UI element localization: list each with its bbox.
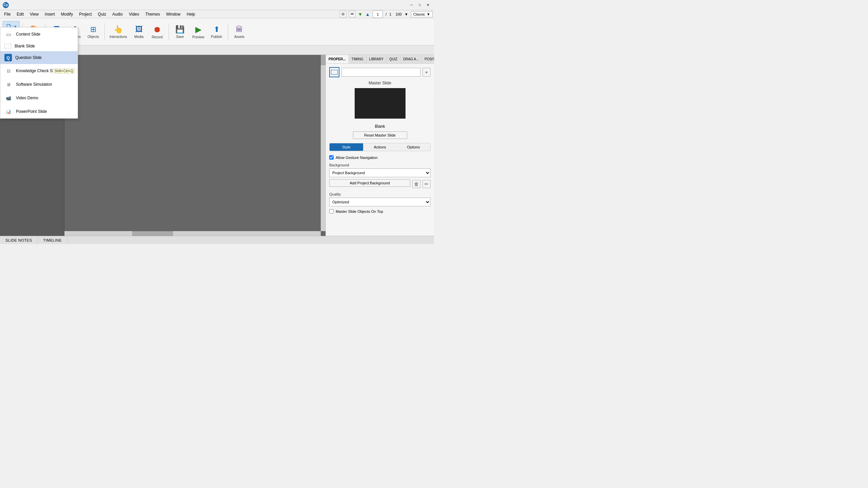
right-panel-content: ≡ Master Slide ▼ Blank Reset Master Slid… bbox=[326, 64, 434, 236]
menu-item-knowledge-check[interactable]: ⊟ Knowledge Check Slide Shift+Ctrl+Q bbox=[0, 64, 78, 78]
menu-file[interactable]: File bbox=[1, 11, 13, 18]
save-button[interactable]: 💾 Save bbox=[172, 21, 189, 43]
background-select[interactable]: Project Background bbox=[329, 168, 431, 177]
menu-insert[interactable]: Insert bbox=[42, 11, 58, 18]
horizontal-scroll-thumb[interactable] bbox=[132, 231, 173, 236]
close-button[interactable]: ✕ bbox=[425, 2, 431, 8]
menu-item-video-demo[interactable]: 📹 Video Demo bbox=[0, 91, 78, 105]
toolbar-mail-btn[interactable]: ✉ bbox=[349, 11, 355, 17]
gesture-nav-row: Allow Gesture Navigation bbox=[329, 155, 431, 160]
master-slide-chevron-icon[interactable]: ▼ bbox=[433, 102, 434, 107]
quality-label: Quality bbox=[329, 192, 431, 196]
right-panel: PROPER... TIMING LIBRARY QUIZ DRAG A... … bbox=[326, 55, 434, 236]
tab-quiz[interactable]: QUIZ bbox=[387, 55, 400, 63]
tab-timing[interactable]: TIMING bbox=[349, 55, 367, 63]
horizontal-scrollbar[interactable] bbox=[64, 231, 321, 236]
right-panel-tabs: PROPER... TIMING LIBRARY QUIZ DRAG A... … bbox=[326, 55, 434, 64]
interactions-label: Interactions bbox=[110, 35, 127, 39]
question-slide-icon: Q bbox=[4, 54, 12, 61]
gesture-nav-checkbox[interactable] bbox=[329, 155, 334, 160]
canvas-area bbox=[64, 55, 326, 236]
objects-button[interactable]: ⊞ Objects bbox=[85, 21, 102, 43]
timeline-panel-btn[interactable]: TIMELINE bbox=[38, 236, 67, 244]
gesture-nav-label: Allow Gesture Navigation bbox=[336, 156, 378, 160]
media-button[interactable]: 🖼 Media bbox=[131, 21, 147, 43]
style-tab[interactable]: Style bbox=[330, 143, 363, 151]
blank-slide-label: Blank Slide bbox=[15, 44, 35, 48]
menu-modify[interactable]: Modify bbox=[58, 11, 76, 18]
quality-select[interactable]: Optimized bbox=[329, 198, 431, 206]
reset-master-slide-button[interactable]: Reset Master Slide bbox=[353, 131, 407, 139]
menu-quiz[interactable]: Quiz bbox=[95, 11, 109, 18]
tab-drag-and-drop[interactable]: DRAG A... bbox=[400, 55, 422, 63]
slide-name-input[interactable] bbox=[341, 68, 420, 77]
tab-library[interactable]: LIBRARY bbox=[367, 55, 387, 63]
interactions-button[interactable]: 👆 Interactions bbox=[107, 21, 129, 43]
preview-label: Preview bbox=[192, 35, 204, 39]
menu-item-question-slide[interactable]: Q Question Slide bbox=[0, 51, 78, 64]
delete-bg-btn[interactable]: 🗑 bbox=[412, 180, 420, 188]
background-label: Background bbox=[329, 163, 431, 167]
interactions-icon: 👆 bbox=[114, 25, 123, 34]
publish-button[interactable]: ⬆ Publish bbox=[208, 21, 225, 43]
minimize-button[interactable]: ─ bbox=[408, 2, 415, 8]
menu-edit[interactable]: Edit bbox=[14, 11, 26, 18]
question-slide-label: Question Slide bbox=[15, 55, 42, 60]
master-slide-label: Master Slide bbox=[329, 81, 431, 85]
title-bar: Cp ─ □ ✕ bbox=[0, 0, 434, 10]
record-icon: ⏺ bbox=[153, 25, 161, 34]
menu-window[interactable]: Window bbox=[163, 11, 183, 18]
edit-bg-btn[interactable]: ✏ bbox=[422, 180, 431, 188]
menu-video[interactable]: Video bbox=[126, 11, 142, 18]
menu-view[interactable]: View bbox=[27, 11, 41, 18]
tab-properties[interactable]: PROPER... bbox=[326, 55, 349, 63]
record-button[interactable]: ⏺ Record bbox=[149, 21, 166, 43]
master-slide-on-top-label: Master Slide Objects On Top bbox=[336, 209, 383, 214]
app-logo: Cp bbox=[3, 2, 9, 8]
assets-button[interactable]: 🏛 Assets bbox=[231, 21, 248, 43]
options-tab[interactable]: Options bbox=[397, 143, 430, 151]
separator-4 bbox=[169, 23, 169, 40]
actions-tab[interactable]: Actions bbox=[363, 143, 397, 151]
video-demo-icon: 📹 bbox=[4, 94, 13, 102]
slide-notes-panel-btn[interactable]: SLIDE NOTES bbox=[0, 236, 38, 244]
video-demo-label: Video Demo bbox=[16, 96, 38, 100]
menu-item-content-slide[interactable]: ▭ Content Slide bbox=[0, 27, 78, 41]
publish-icon: ⬆ bbox=[214, 25, 220, 34]
nav-up-arrow[interactable]: ▲ bbox=[365, 12, 370, 17]
menu-item-powerpoint[interactable]: 📊 PowerPoint Slide bbox=[0, 105, 78, 118]
objects-icon: ⊞ bbox=[90, 25, 96, 34]
blank-slide-icon: ⋯ bbox=[4, 44, 11, 48]
vertical-scroll-thumb[interactable] bbox=[321, 55, 326, 65]
classic-dropdown[interactable]: Classic ▼ bbox=[411, 11, 433, 17]
slide-options-btn[interactable]: ≡ bbox=[422, 68, 431, 77]
master-slide-on-top-row: Master Slide Objects On Top bbox=[329, 209, 431, 214]
knowledge-check-icon: ⊟ bbox=[4, 67, 13, 75]
menu-project[interactable]: Project bbox=[76, 11, 94, 18]
nav-down-arrow[interactable]: ▼ bbox=[358, 12, 363, 17]
zoom-dropdown[interactable]: ▼ bbox=[405, 12, 408, 16]
zoom-level: 100 bbox=[395, 12, 401, 16]
master-slide-preview bbox=[355, 88, 406, 119]
background-dropdown-row: Project Background bbox=[329, 168, 431, 177]
preview-button[interactable]: ▶ Preview bbox=[190, 21, 207, 43]
menu-item-blank-slide[interactable]: ⋯ Blank Slide bbox=[0, 41, 78, 51]
menu-help[interactable]: Help bbox=[184, 11, 198, 18]
record-label: Record bbox=[152, 35, 163, 39]
vertical-scrollbar[interactable] bbox=[321, 55, 326, 231]
menu-item-software-sim[interactable]: 🖥 Software Simulation bbox=[0, 78, 78, 91]
maximize-button[interactable]: □ bbox=[416, 2, 423, 8]
add-project-background-button[interactable]: Add Project Background bbox=[329, 179, 410, 187]
knowledge-check-label: Knowledge Check Slide bbox=[16, 68, 59, 73]
page-number-input[interactable] bbox=[373, 11, 383, 18]
powerpoint-label: PowerPoint Slide bbox=[16, 109, 47, 114]
menu-themes[interactable]: Themes bbox=[142, 11, 162, 18]
separator-3 bbox=[104, 23, 105, 40]
assets-icon: 🏛 bbox=[236, 25, 243, 34]
menu-bar: File Edit View Insert Modify Project Qui… bbox=[0, 10, 434, 18]
master-slide-on-top-checkbox[interactable] bbox=[329, 209, 334, 214]
tab-position[interactable]: POSITION bbox=[422, 55, 434, 63]
toolbar-icon-btn[interactable]: ⊟ bbox=[340, 11, 346, 17]
menu-audio[interactable]: Audio bbox=[110, 11, 125, 18]
bottom-panels-bar: SLIDE NOTES TIMELINE bbox=[0, 236, 434, 244]
